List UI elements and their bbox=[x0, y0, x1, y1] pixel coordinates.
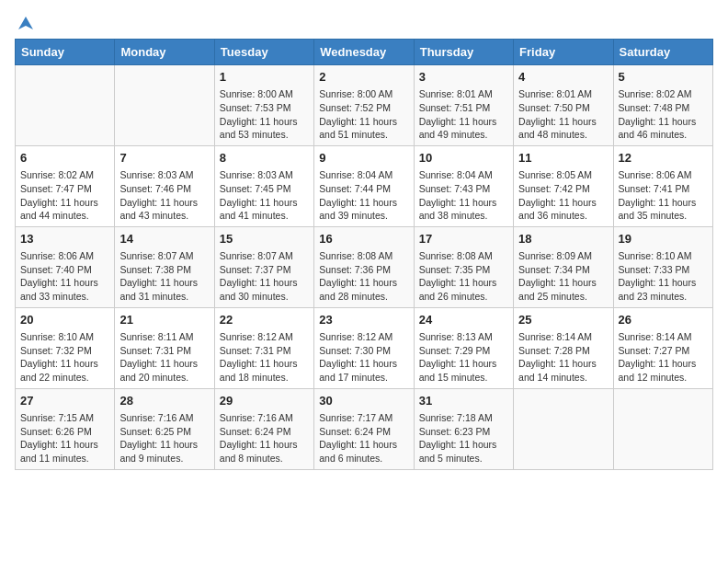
cell-detail: Sunrise: 7:15 AM bbox=[20, 411, 109, 425]
cell-detail: Sunset: 7:34 PM bbox=[518, 263, 608, 277]
calendar-cell: 11Sunrise: 8:05 AMSunset: 7:42 PMDayligh… bbox=[514, 145, 613, 226]
cell-detail: Daylight: 11 hours and 25 minutes. bbox=[518, 276, 608, 303]
svg-marker-0 bbox=[18, 17, 33, 29]
logo-bird-icon bbox=[17, 15, 35, 33]
calendar-cell: 3Sunrise: 8:01 AMSunset: 7:51 PMDaylight… bbox=[414, 65, 513, 146]
cell-detail: Daylight: 11 hours and 53 minutes. bbox=[220, 115, 309, 142]
day-header-sunday: Sunday bbox=[16, 40, 115, 65]
day-number: 14 bbox=[119, 231, 209, 247]
cell-detail: Daylight: 11 hours and 46 minutes. bbox=[619, 115, 708, 142]
calendar-cell: 18Sunrise: 8:09 AMSunset: 7:34 PMDayligh… bbox=[514, 226, 613, 307]
day-number: 23 bbox=[319, 312, 408, 328]
cell-detail: Daylight: 11 hours and 15 minutes. bbox=[419, 357, 508, 384]
cell-detail: Sunset: 7:48 PM bbox=[619, 101, 708, 115]
cell-detail: Sunrise: 8:03 AM bbox=[119, 168, 209, 182]
cell-detail: Sunset: 7:53 PM bbox=[220, 101, 309, 115]
cell-detail: Sunrise: 8:02 AM bbox=[20, 168, 109, 182]
calendar-week-2: 6Sunrise: 8:02 AMSunset: 7:47 PMDaylight… bbox=[16, 145, 713, 226]
cell-detail: Daylight: 11 hours and 30 minutes. bbox=[220, 276, 309, 303]
calendar-cell: 20Sunrise: 8:10 AMSunset: 7:32 PMDayligh… bbox=[16, 307, 115, 388]
cell-detail: Sunrise: 8:07 AM bbox=[220, 249, 309, 263]
calendar-cell: 1Sunrise: 8:00 AMSunset: 7:53 PMDaylight… bbox=[214, 65, 313, 146]
calendar-header-row: SundayMondayTuesdayWednesdayThursdayFrid… bbox=[16, 40, 713, 65]
day-number: 4 bbox=[518, 69, 608, 86]
day-number: 17 bbox=[419, 231, 508, 247]
cell-detail: Daylight: 11 hours and 18 minutes. bbox=[220, 357, 309, 384]
cell-detail: Sunrise: 8:14 AM bbox=[518, 330, 608, 344]
day-number: 5 bbox=[619, 69, 708, 86]
day-number: 9 bbox=[319, 150, 408, 167]
cell-detail: Sunrise: 7:16 AM bbox=[119, 411, 209, 425]
day-number: 20 bbox=[20, 312, 109, 328]
calendar-body: 1Sunrise: 8:00 AMSunset: 7:53 PMDaylight… bbox=[16, 65, 713, 470]
cell-detail: Sunrise: 8:00 AM bbox=[319, 87, 408, 101]
cell-detail: Sunrise: 8:12 AM bbox=[319, 330, 408, 344]
calendar-cell: 6Sunrise: 8:02 AMSunset: 7:47 PMDaylight… bbox=[16, 145, 115, 226]
day-number: 16 bbox=[319, 231, 408, 247]
cell-detail: Daylight: 11 hours and 22 minutes. bbox=[20, 357, 109, 384]
calendar-cell bbox=[613, 388, 712, 469]
calendar-cell: 17Sunrise: 8:08 AMSunset: 7:35 PMDayligh… bbox=[414, 226, 513, 307]
day-number: 3 bbox=[419, 69, 508, 86]
calendar-cell: 25Sunrise: 8:14 AMSunset: 7:28 PMDayligh… bbox=[514, 307, 613, 388]
calendar-cell: 29Sunrise: 7:16 AMSunset: 6:24 PMDayligh… bbox=[214, 388, 313, 469]
calendar-cell: 21Sunrise: 8:11 AMSunset: 7:31 PMDayligh… bbox=[115, 307, 214, 388]
day-number: 13 bbox=[20, 231, 109, 247]
calendar-cell: 16Sunrise: 8:08 AMSunset: 7:36 PMDayligh… bbox=[314, 226, 414, 307]
cell-detail: Sunrise: 7:17 AM bbox=[319, 411, 408, 425]
cell-detail: Sunset: 6:25 PM bbox=[119, 425, 209, 439]
calendar-cell: 2Sunrise: 8:00 AMSunset: 7:52 PMDaylight… bbox=[314, 65, 414, 146]
cell-detail: Sunset: 7:52 PM bbox=[319, 101, 408, 115]
calendar-cell: 12Sunrise: 8:06 AMSunset: 7:41 PMDayligh… bbox=[613, 145, 712, 226]
cell-detail: Sunset: 7:30 PM bbox=[319, 344, 408, 358]
day-number: 25 bbox=[518, 312, 608, 328]
cell-detail: Daylight: 11 hours and 35 minutes. bbox=[619, 196, 708, 223]
cell-detail: Sunset: 7:32 PM bbox=[20, 344, 109, 358]
cell-detail: Sunset: 6:24 PM bbox=[220, 425, 309, 439]
cell-detail: Sunrise: 8:07 AM bbox=[119, 249, 209, 263]
calendar-cell: 5Sunrise: 8:02 AMSunset: 7:48 PMDaylight… bbox=[613, 65, 712, 146]
cell-detail: Daylight: 11 hours and 5 minutes. bbox=[419, 438, 508, 465]
calendar-cell: 30Sunrise: 7:17 AMSunset: 6:24 PMDayligh… bbox=[314, 388, 414, 469]
cell-detail: Daylight: 11 hours and 9 minutes. bbox=[119, 438, 209, 465]
calendar-cell: 7Sunrise: 8:03 AMSunset: 7:46 PMDaylight… bbox=[115, 145, 214, 226]
cell-detail: Sunset: 7:42 PM bbox=[518, 182, 608, 196]
calendar-cell: 9Sunrise: 8:04 AMSunset: 7:44 PMDaylight… bbox=[314, 145, 414, 226]
cell-detail: Sunrise: 8:06 AM bbox=[619, 168, 708, 182]
cell-detail: Sunset: 7:43 PM bbox=[419, 182, 508, 196]
day-number: 19 bbox=[619, 231, 708, 247]
cell-detail: Sunrise: 8:04 AM bbox=[419, 168, 508, 182]
day-number: 1 bbox=[220, 69, 309, 86]
calendar-week-3: 13Sunrise: 8:06 AMSunset: 7:40 PMDayligh… bbox=[16, 226, 713, 307]
cell-detail: Daylight: 11 hours and 31 minutes. bbox=[119, 276, 209, 303]
day-number: 15 bbox=[220, 231, 309, 247]
day-number: 10 bbox=[419, 150, 508, 167]
day-number: 8 bbox=[220, 150, 309, 167]
cell-detail: Sunrise: 8:14 AM bbox=[619, 330, 708, 344]
day-header-tuesday: Tuesday bbox=[214, 40, 313, 65]
cell-detail: Sunrise: 8:08 AM bbox=[419, 249, 508, 263]
day-number: 29 bbox=[220, 393, 309, 409]
day-header-monday: Monday bbox=[115, 40, 214, 65]
day-number: 18 bbox=[518, 231, 608, 247]
day-number: 27 bbox=[20, 393, 109, 409]
day-header-saturday: Saturday bbox=[613, 40, 712, 65]
cell-detail: Daylight: 11 hours and 44 minutes. bbox=[20, 196, 109, 223]
cell-detail: Sunset: 7:41 PM bbox=[619, 182, 708, 196]
calendar-cell: 22Sunrise: 8:12 AMSunset: 7:31 PMDayligh… bbox=[214, 307, 313, 388]
day-number: 12 bbox=[619, 150, 708, 167]
cell-detail: Sunrise: 8:11 AM bbox=[119, 330, 209, 344]
cell-detail: Sunset: 7:37 PM bbox=[220, 263, 309, 277]
cell-detail: Daylight: 11 hours and 36 minutes. bbox=[518, 196, 608, 223]
cell-detail: Daylight: 11 hours and 41 minutes. bbox=[220, 196, 309, 223]
cell-detail: Sunset: 7:38 PM bbox=[119, 263, 209, 277]
calendar-cell: 23Sunrise: 8:12 AMSunset: 7:30 PMDayligh… bbox=[314, 307, 414, 388]
cell-detail: Sunrise: 8:01 AM bbox=[419, 87, 508, 101]
cell-detail: Sunrise: 8:12 AM bbox=[220, 330, 309, 344]
calendar-cell: 4Sunrise: 8:01 AMSunset: 7:50 PMDaylight… bbox=[514, 65, 613, 146]
cell-detail: Sunset: 7:31 PM bbox=[119, 344, 209, 358]
calendar-week-4: 20Sunrise: 8:10 AMSunset: 7:32 PMDayligh… bbox=[16, 307, 713, 388]
day-number: 21 bbox=[119, 312, 209, 328]
day-number: 28 bbox=[119, 393, 209, 409]
cell-detail: Sunset: 7:40 PM bbox=[20, 263, 109, 277]
